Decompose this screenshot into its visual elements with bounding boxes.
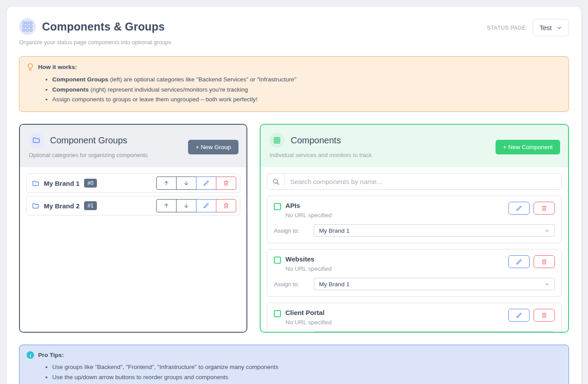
how-it-works-item: Components (right) represent individual … <box>52 85 561 95</box>
page-subtitle: Organize your status page components int… <box>19 39 569 46</box>
groups-panel-header: Component Groups Optional categories for… <box>20 125 246 167</box>
delete-component-button[interactable] <box>534 309 555 322</box>
item-bold-text: Components <box>52 86 89 93</box>
component-checkbox[interactable] <box>274 203 281 210</box>
component-card: APIs No URL specified Assign to: My Bra <box>267 196 562 243</box>
component-url-note: No URL specified <box>285 319 332 326</box>
search-components-input[interactable] <box>284 174 561 189</box>
new-component-button[interactable]: + New Component <box>496 140 560 154</box>
delete-group-button[interactable] <box>216 177 236 190</box>
pro-tip-item: Components without a group will appear i… <box>52 382 561 384</box>
trash-icon <box>223 180 229 186</box>
component-groups-panel: Component Groups Optional categories for… <box>19 124 247 333</box>
pencil-icon <box>203 203 209 209</box>
pencil-icon <box>516 259 522 265</box>
component-url-note: No URL specified <box>285 212 332 219</box>
delete-component-button[interactable] <box>534 202 555 215</box>
info-icon: i <box>27 351 34 359</box>
assign-to-label: Assign to: <box>274 227 314 234</box>
groups-panel-title: Component Groups <box>50 135 127 146</box>
assign-to-label: Assign to: <box>274 281 314 288</box>
how-it-works-item: Component Groups (left) are optional cat… <box>52 75 561 85</box>
trash-icon <box>541 312 547 319</box>
chevron-down-icon <box>544 228 550 234</box>
component-search <box>267 173 562 190</box>
components-panel-header: Components Individual services and monit… <box>261 125 568 167</box>
group-order-badge: #0 <box>84 179 97 188</box>
component-name: Websites <box>285 255 332 263</box>
pencil-icon <box>203 180 209 186</box>
new-group-button[interactable]: + New Group <box>188 140 238 154</box>
item-bold-text: Component Groups <box>52 76 108 83</box>
folder-icon <box>29 133 44 148</box>
status-page-selected-value: Test <box>539 24 552 31</box>
selected-group-value: My Brand 1 <box>319 281 350 288</box>
component-checkbox[interactable] <box>274 310 281 317</box>
main-card: Components & Groups Organize your status… <box>6 6 582 384</box>
page-title: Components & Groups <box>42 20 165 33</box>
arrow-up-icon <box>163 203 169 209</box>
group-order-badge: #1 <box>84 201 97 210</box>
move-group-down-button[interactable] <box>176 199 196 212</box>
chevron-down-icon <box>556 25 562 31</box>
pencil-icon <box>516 312 522 319</box>
component-card: Websites No URL specified Assign to: My <box>267 249 562 297</box>
pro-tips-title: Pro Tips: <box>38 352 64 358</box>
pencil-icon <box>516 205 522 211</box>
group-name: My Brand 1 <box>44 180 80 187</box>
group-name: My Brand 2 <box>44 202 80 210</box>
item-text: (left) are optional categories like "Bac… <box>108 76 296 83</box>
edit-component-button[interactable] <box>508 202 530 215</box>
how-it-works-item: Assign components to groups or leave the… <box>52 95 561 105</box>
item-text: (right) represent individual services/mo… <box>89 86 248 93</box>
edit-component-button[interactable] <box>508 309 530 322</box>
components-panel: Components Individual services and monit… <box>260 124 569 333</box>
status-page-label: STATUS PAGE: <box>487 25 528 31</box>
assign-group-select[interactable]: My Brand 1 <box>314 224 555 237</box>
search-icon <box>267 174 284 189</box>
component-card: Client Portal No URL specified Assign to… <box>267 303 562 333</box>
component-checkbox[interactable] <box>274 257 281 264</box>
status-page-select[interactable]: Test <box>533 19 569 36</box>
components-list: APIs No URL specified Assign to: My Bra <box>261 167 568 333</box>
group-row: My Brand 1 #0 <box>26 173 240 193</box>
arrow-down-icon <box>183 180 189 186</box>
lightbulb-icon <box>27 63 34 71</box>
grid-icon <box>269 133 284 148</box>
trash-icon <box>223 203 229 209</box>
page-header: Components & Groups Organize your status… <box>13 13 575 46</box>
arrow-down-icon <box>183 203 189 209</box>
chevron-down-icon <box>544 281 550 287</box>
folder-icon <box>32 180 39 187</box>
delete-component-button[interactable] <box>534 255 555 268</box>
pro-tip-item: Use the up/down arrow buttons to reorder… <box>52 372 561 383</box>
assign-group-select[interactable]: My Brand 2 <box>314 331 555 333</box>
group-row: My Brand 2 #1 <box>26 196 240 215</box>
folder-icon <box>32 202 39 210</box>
move-group-up-button[interactable] <box>156 199 177 212</box>
edit-group-button[interactable] <box>196 199 216 212</box>
edit-component-button[interactable] <box>508 255 530 268</box>
group-actions <box>156 177 236 190</box>
component-name: Client Portal <box>285 309 332 316</box>
panels-row: Component Groups Optional categories for… <box>19 124 569 333</box>
trash-icon <box>541 205 547 211</box>
assign-group-select[interactable]: My Brand 1 <box>314 278 555 290</box>
edit-group-button[interactable] <box>196 177 216 190</box>
groups-list: My Brand 1 #0 My Bra <box>20 167 246 332</box>
selected-group-value: My Brand 1 <box>319 227 350 234</box>
component-name: APIs <box>285 202 332 209</box>
pro-tips-box: i Pro Tips: Use groups like "Backend", "… <box>19 345 569 384</box>
how-it-works-box: How it works: Component Groups (left) ar… <box>19 56 569 112</box>
components-grid-icon <box>19 18 36 35</box>
components-panel-title: Components <box>291 135 341 146</box>
delete-group-button[interactable] <box>216 199 236 212</box>
move-group-up-button[interactable] <box>156 177 177 190</box>
pro-tip-item: Use groups like "Backend", "Frontend", "… <box>52 362 561 372</box>
arrow-up-icon <box>163 180 169 186</box>
move-group-down-button[interactable] <box>176 177 196 190</box>
group-actions <box>156 199 236 212</box>
trash-icon <box>541 259 547 265</box>
item-text: Assign components to groups or leave the… <box>52 96 257 103</box>
how-it-works-title: How it works: <box>38 64 77 70</box>
